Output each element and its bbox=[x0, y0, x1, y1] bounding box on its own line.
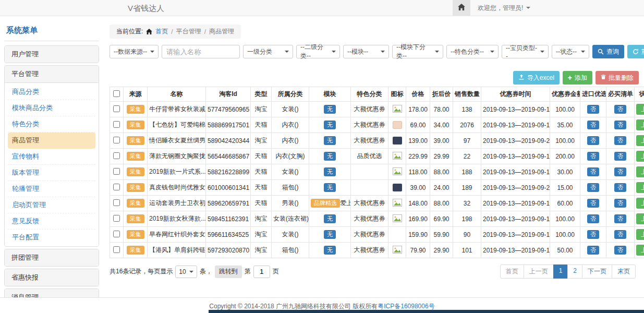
must-buy-badge[interactable]: 否 bbox=[614, 152, 626, 161]
icp-link[interactable]: 粤ICP备16098006号 bbox=[378, 303, 434, 310]
import-select-badge[interactable]: 否 bbox=[587, 136, 599, 145]
home-button[interactable] bbox=[453, 0, 470, 16]
module-subcategory-filter[interactable]: --模块下分类-- bbox=[392, 45, 443, 58]
must-buy-badge[interactable]: 否 bbox=[614, 167, 626, 176]
import-select-badge[interactable]: 否 bbox=[587, 152, 599, 161]
status-button[interactable]: 上架 bbox=[636, 245, 644, 256]
sidebar-section-header[interactable]: 用户管理 bbox=[5, 46, 99, 63]
sidebar-item[interactable]: 特色分类 bbox=[8, 116, 95, 133]
pager-item[interactable]: 2 bbox=[567, 264, 582, 279]
sidebar-item[interactable]: 商品管理 bbox=[8, 133, 95, 149]
import-select-badge[interactable]: 否 bbox=[587, 230, 599, 239]
user-menu[interactable]: 欢迎您，管理员! bbox=[470, 4, 538, 13]
row-checkbox[interactable] bbox=[113, 246, 120, 253]
status-button[interactable]: 上架 bbox=[636, 198, 644, 209]
product-type: 天猫 bbox=[251, 180, 272, 196]
import-select-badge[interactable]: 否 bbox=[587, 214, 599, 223]
import-excel-button[interactable]: 导入excel bbox=[513, 71, 560, 85]
coupon-amount: 30.00 bbox=[550, 164, 580, 180]
import-select-badge[interactable]: 否 bbox=[587, 183, 599, 192]
sidebar-section-header[interactable]: 省惠快报 bbox=[5, 269, 99, 286]
row-checkbox[interactable] bbox=[113, 121, 120, 128]
must-buy-badge[interactable]: 否 bbox=[614, 136, 626, 145]
select-label: --特色分类-- bbox=[451, 47, 484, 56]
module-filter[interactable]: --模块-- bbox=[343, 45, 389, 58]
sidebar-item[interactable]: 轮播管理 bbox=[8, 181, 95, 197]
must-buy-badge[interactable]: 否 bbox=[614, 183, 626, 192]
sidebar-section-header[interactable]: 平台管理 bbox=[5, 66, 99, 82]
status-button[interactable]: 上架 bbox=[636, 182, 644, 193]
row-checkbox[interactable] bbox=[113, 199, 120, 206]
import-select-badge[interactable]: 否 bbox=[587, 121, 599, 129]
column-header: 特色分类 bbox=[351, 87, 388, 102]
source-filter[interactable]: --数据来源-- bbox=[110, 45, 159, 58]
sidebar-item[interactable]: 平台配置 bbox=[8, 230, 95, 245]
search-button[interactable]: 查询 bbox=[592, 45, 624, 58]
must-buy-badge[interactable]: 否 bbox=[614, 105, 626, 114]
status-button[interactable]: 上架 bbox=[636, 151, 644, 162]
status-button[interactable]: 上架 bbox=[636, 166, 644, 177]
breadcrumb-home-link[interactable]: 首页 bbox=[155, 27, 168, 36]
import-select-badge[interactable]: 否 bbox=[587, 105, 599, 114]
row-checkbox[interactable] bbox=[113, 137, 120, 143]
sidebar-item[interactable]: 商品分类 bbox=[8, 84, 95, 100]
add-button[interactable]: 添加 bbox=[563, 71, 592, 85]
status-filter[interactable]: --状态-- bbox=[552, 45, 589, 58]
row-checkbox[interactable] bbox=[113, 231, 120, 237]
must-buy-badge[interactable]: 否 bbox=[614, 199, 626, 208]
source-badge: 采集 bbox=[127, 152, 144, 161]
status-button[interactable]: 上架 bbox=[636, 229, 644, 240]
sidebar-item[interactable]: 意见反馈 bbox=[8, 213, 95, 230]
sidebar-section-header[interactable]: 消息管理 bbox=[5, 289, 99, 297]
sidebar-item[interactable]: 版本管理 bbox=[8, 165, 95, 181]
import-select-badge[interactable]: 否 bbox=[587, 167, 599, 176]
module-badge: 无 bbox=[324, 121, 336, 129]
status-button[interactable]: 上架 bbox=[636, 119, 644, 130]
sidebar-item[interactable]: 启动页管理 bbox=[8, 197, 95, 213]
pager-item[interactable]: 上一页 bbox=[524, 264, 554, 279]
pager-item[interactable]: 1 bbox=[553, 264, 568, 279]
batch-delete-button[interactable]: 批量删除 bbox=[596, 71, 639, 85]
name-search-input[interactable] bbox=[162, 45, 240, 58]
feature-category-filter[interactable]: --特色分类-- bbox=[446, 45, 499, 58]
sidebar-item[interactable]: 模块商品分类 bbox=[8, 100, 95, 116]
product-type-filter[interactable]: --宝贝类型-- bbox=[502, 45, 549, 58]
discount-price: 29.99 bbox=[430, 149, 453, 164]
jump-button[interactable]: 跳转到 bbox=[215, 266, 242, 278]
must-buy-badge[interactable]: 否 bbox=[614, 246, 626, 255]
module-text: 爱上运动 bbox=[340, 199, 351, 207]
status-button[interactable]: 上架 bbox=[636, 135, 644, 146]
import-select-badge[interactable]: 否 bbox=[587, 199, 599, 208]
row-checkbox[interactable] bbox=[113, 105, 120, 112]
import-select-badge[interactable]: 否 bbox=[587, 246, 599, 255]
must-buy-badge[interactable]: 否 bbox=[614, 214, 626, 223]
feature-category bbox=[351, 180, 388, 196]
select-all-checkbox[interactable] bbox=[113, 90, 120, 97]
row-checkbox[interactable] bbox=[113, 168, 120, 175]
level1-category-filter[interactable]: 一级分类 bbox=[243, 45, 293, 58]
sales-count: 32 bbox=[453, 196, 481, 211]
product-category: 内衣() bbox=[272, 117, 309, 133]
reset-button[interactable]: 重置 bbox=[627, 45, 644, 58]
source-badge: 采集 bbox=[127, 199, 144, 208]
product-image-icon bbox=[393, 137, 402, 145]
sidebar-section-header[interactable]: 拼团管理 bbox=[5, 249, 99, 266]
bottom-bar bbox=[209, 310, 644, 313]
per-page-select[interactable]: 10 bbox=[175, 266, 197, 278]
pager-item[interactable]: 末页 bbox=[612, 264, 636, 279]
row-checkbox[interactable] bbox=[113, 152, 120, 159]
status-button[interactable]: 上架 bbox=[636, 104, 644, 115]
row-checkbox[interactable] bbox=[113, 184, 120, 190]
row-checkbox[interactable] bbox=[113, 215, 120, 222]
must-buy-badge[interactable]: 否 bbox=[614, 230, 626, 239]
product-type: 淘宝 bbox=[251, 243, 272, 258]
product-category: 内衣(文胸) bbox=[272, 149, 309, 164]
must-buy-badge[interactable]: 否 bbox=[614, 121, 626, 129]
jump-page-input[interactable] bbox=[253, 266, 270, 278]
pager-item[interactable]: 下一页 bbox=[582, 264, 612, 279]
pager-item[interactable]: 首页 bbox=[500, 264, 524, 279]
status-button[interactable]: 上架 bbox=[636, 213, 644, 224]
level2-category-filter[interactable]: --二级分类-- bbox=[296, 45, 340, 58]
sidebar-item[interactable]: 宣传物料 bbox=[8, 149, 95, 165]
coupon-amount: 50.00 bbox=[550, 243, 580, 258]
